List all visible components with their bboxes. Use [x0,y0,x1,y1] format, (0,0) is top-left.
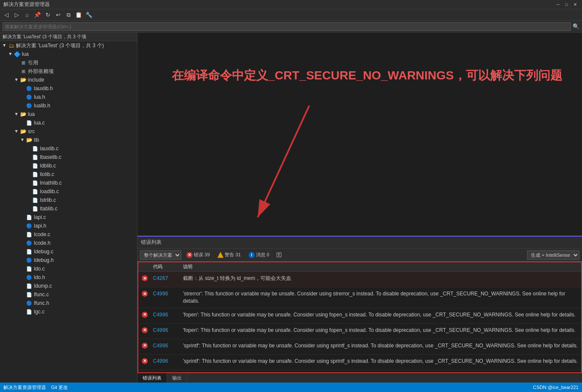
search-icon[interactable]: 🔍 [573,23,579,30]
tree-item-lcode-h[interactable]: ▶🔵lcode.h [0,239,137,247]
tree-item-label: lcode.c [34,231,50,237]
col-header-code: 代码 [151,264,181,270]
tree-item-lstrlib-c[interactable]: ▶📄lstrlib.c [0,196,137,204]
back-button[interactable]: ◁ [2,10,11,20]
error-row[interactable]: ✕C4996'fopen': This function or variable… [138,324,581,339]
tree-item-ldump-c[interactable]: ▶📄ldump.c [0,282,137,290]
error-circle: ✕ [142,358,148,364]
tree-item-label: lauxlib.h [34,85,53,91]
h-file-icon: 🔵 [26,222,33,229]
tree-item-lmathlib-c[interactable]: ▶📄lmathlib.c [0,179,137,187]
error-panel-header: 错误列表 [137,237,582,249]
tree-item-lua-h[interactable]: ▶🔵lua.h [0,93,137,101]
tree-item-lua-project[interactable]: ▶🔷lua [0,50,137,58]
minimize-button[interactable]: ─ [555,1,561,8]
status-item[interactable]: 解决方案资源管理器 [3,384,46,391]
tree-item-reference[interactable]: ▶⊞引用 [0,58,137,67]
scope-dropdown[interactable]: 整个解决方案 [140,250,181,260]
tree-item-ltablib-c[interactable]: ▶📄ltablib.c [0,204,137,213]
error-badge[interactable]: ✕ 错误 39 [184,251,212,259]
tree-item-ldo-c[interactable]: ▶📄ldo.c [0,264,137,273]
tree-item-label: lfunc.c [34,292,49,298]
tree-item-lauxlib-c[interactable]: ▶📄lauxlib.c [0,144,137,153]
tree-item-label: 解决方案 'LuaTest' (3 个项目，共 3 个) [16,42,104,49]
warning-icon [217,252,223,258]
panel-tab-输出[interactable]: 输出 [167,373,187,383]
tree-item-lapi-h[interactable]: ▶🔵lapi.h [0,222,137,230]
tree-item-lib-folder[interactable]: ▶📂lib [0,136,137,144]
paste-button[interactable]: 📋 [74,10,83,20]
tree-item-src-folder[interactable]: ▶📂src [0,127,137,136]
home-button[interactable]: ⌂ [22,10,32,20]
tree-container[interactable]: ▶🗂解决方案 'LuaTest' (3 个项目，共 3 个)▶🔷lua▶⊞引用▶… [0,41,137,383]
error-circle: ✕ [142,327,148,333]
error-row-code: C4996 [151,356,181,366]
build-dropdown[interactable]: 生成 + IntelliSense [527,250,579,260]
filter-button[interactable]: ⚿ [274,250,284,260]
title-bar-text: 解决方案资源管理器 [3,1,50,8]
tree-item-ldebug-c[interactable]: ▶📄ldebug.c [0,247,137,256]
tree-item-lauxlib-h[interactable]: ▶🔵lauxlib.h [0,84,137,93]
panel-tabs: 错误列表输出 [137,373,582,383]
settings-button[interactable]: 🔧 [84,10,94,20]
c-file-icon: 📄 [26,248,33,255]
error-row[interactable]: ✕C4267截断：从 size_t 转换为 id_mem，可能会大失血 [138,272,581,287]
error-table[interactable]: 代码 说明 ✕C4267截断：从 size_t 转换为 id_mem，可能会大失… [137,261,582,373]
tree-item-lua-folder[interactable]: ▶📂lua [0,110,137,119]
error-row[interactable]: ✕C4996'fopen': This function or variable… [138,308,581,324]
copy-button[interactable]: ⧉ [64,10,73,20]
tree-item-label: lapi.h [34,223,46,229]
error-row-description: 'strerror': This function or variable ma… [181,289,581,307]
tree-item-external-dep[interactable]: ▶⊞外部依赖项 [0,67,137,76]
c-file-icon: 📄 [32,171,39,178]
refresh-button[interactable]: ↻ [43,10,52,20]
tree-item-lualib-h[interactable]: ▶🔵lualib.h [0,101,137,110]
tree-item-lapi-c[interactable]: ▶📄lapi.c [0,213,137,222]
tree-item-ldo-h[interactable]: ▶🔵ldo.h [0,273,137,282]
annotation-arrow [223,93,352,236]
panel-tab-错误列表[interactable]: 错误列表 [137,373,167,383]
tree-item-lgc-c[interactable]: ▶📄lgc.c [0,307,137,316]
error-row-icon: ✕ [138,289,151,298]
tree-item-include-folder[interactable]: ▶📂include [0,76,137,84]
status-item[interactable]: Git 更改 [51,384,68,391]
forward-button[interactable]: ▷ [12,10,21,20]
tree-item-loadlib-c[interactable]: ▶📄loadlib.c [0,187,137,196]
svg-line-1 [258,106,309,217]
tree-item-label: ldo.h [34,274,45,280]
tree-item-ldblib-c[interactable]: ▶📄ldblib.c [0,161,137,170]
c-file-icon: 📄 [26,291,33,298]
maximize-button[interactable]: □ [563,1,570,8]
tree-item-solution[interactable]: ▶🗂解决方案 'LuaTest' (3 个项目，共 3 个) [0,41,137,50]
error-circle: ✕ [142,312,148,318]
error-row[interactable]: ✕C4996'strerror': This function or varia… [138,287,581,308]
solution-icon: 🗂 [8,42,15,49]
tree-item-ldebug-h[interactable]: ▶🔵ldebug.h [0,256,137,264]
status-left: 解决方案资源管理器Git 更改 [3,384,68,391]
expand-arrow: ▶ [8,51,14,57]
tree-item-lfunc-c[interactable]: ▶📄lfunc.c [0,290,137,299]
tree-item-lcode-c[interactable]: ▶📄lcode.c [0,230,137,239]
error-circle: ✕ [142,275,148,281]
error-row-code: C4996 [151,325,181,335]
expand-arrow: ▶ [14,111,20,117]
info-badge[interactable]: i 消息 0 [246,251,272,259]
tree-item-lua-c[interactable]: ▶📄lua.c [0,119,137,127]
error-row[interactable]: ✕C4996'sprintf': This function or variab… [138,355,581,370]
error-row-description: 'fopen': This function or variable may b… [181,325,581,336]
tree-item-liolib-c[interactable]: ▶📄liolib.c [0,170,137,179]
editor-area: 在编译命令中定义_CRT_SECURE_NO_WARNINGS，可以解决下列问题 [137,33,582,236]
pin-button[interactable]: 📌 [33,10,42,20]
h-file-icon: 🔵 [26,257,33,264]
warning-badge[interactable]: 警告 31 [215,251,243,259]
undo-button[interactable]: ↩ [53,10,63,20]
annotation-text: 在编译命令中定义_CRT_SECURE_NO_WARNINGS，可以解决下列问题 [172,67,565,84]
tree-item-lfunc-h[interactable]: ▶🔵lfunc.h [0,299,137,307]
error-row[interactable]: ✕C4996'sprintf': This function or variab… [138,339,581,355]
search-input[interactable] [3,22,571,31]
c-file-icon: 📄 [26,231,33,238]
close-button[interactable]: ✕ [572,1,579,8]
c-file-icon: 📄 [26,214,33,221]
tree-item-lbaselib-c[interactable]: ▶📄lbaselib.c [0,153,137,161]
h-file-icon: 🔵 [26,102,33,109]
